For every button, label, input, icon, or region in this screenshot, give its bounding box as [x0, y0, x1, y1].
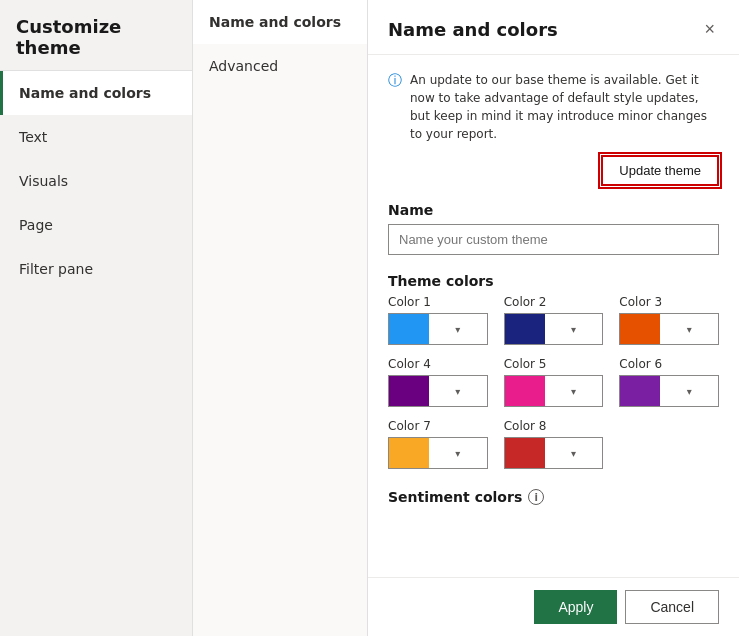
color-6-swatch: [620, 376, 660, 406]
color-1-chevron-icon: ▾: [429, 324, 487, 335]
color-5-dropdown[interactable]: ▾: [504, 375, 604, 407]
color-8-dropdown[interactable]: ▾: [504, 437, 604, 469]
main-body: ⓘ An update to our base theme is availab…: [368, 55, 739, 577]
color-6-label: Color 6: [619, 357, 719, 371]
color-4-swatch: [389, 376, 429, 406]
color-item-7: Color 7 ▾: [388, 419, 488, 469]
color-8-swatch: [505, 438, 545, 468]
color-item-2: Color 2 ▾: [504, 295, 604, 345]
color-4-chevron-icon: ▾: [429, 386, 487, 397]
color-5-chevron-icon: ▾: [545, 386, 603, 397]
sidebar-navigation: Name and colors Text Visuals Page Filter…: [0, 71, 192, 291]
color-5-label: Color 5: [504, 357, 604, 371]
color-item-5: Color 5 ▾: [504, 357, 604, 407]
theme-name-input[interactable]: [388, 224, 719, 255]
main-title: Name and colors: [388, 19, 558, 40]
tab-advanced[interactable]: Advanced: [193, 44, 367, 88]
sentiment-colors-section: Sentiment colors i: [388, 489, 719, 505]
color-3-dropdown[interactable]: ▾: [619, 313, 719, 345]
update-theme-button[interactable]: Update theme: [601, 155, 719, 186]
color-3-swatch: [620, 314, 660, 344]
color-3-chevron-icon: ▾: [660, 324, 718, 335]
color-item-3: Color 3 ▾: [619, 295, 719, 345]
color-2-dropdown[interactable]: ▾: [504, 313, 604, 345]
main-panel: Name and colors × ⓘ An update to our bas…: [368, 0, 739, 636]
color-4-dropdown[interactable]: ▾: [388, 375, 488, 407]
main-footer: Apply Cancel: [368, 577, 739, 636]
color-8-label: Color 8: [504, 419, 604, 433]
info-icon: ⓘ: [388, 72, 402, 90]
sidebar-item-page[interactable]: Page: [0, 203, 192, 247]
color-1-swatch: [389, 314, 429, 344]
color-5-swatch: [505, 376, 545, 406]
color-7-dropdown[interactable]: ▾: [388, 437, 488, 469]
cancel-button[interactable]: Cancel: [625, 590, 719, 624]
info-text: An update to our base theme is available…: [410, 73, 707, 141]
name-label: Name: [388, 202, 719, 218]
color-item-6: Color 6 ▾: [619, 357, 719, 407]
sidebar-item-text[interactable]: Text: [0, 115, 192, 159]
sidebar: Customize theme Name and colors Text Vis…: [0, 0, 193, 636]
sidebar-item-visuals[interactable]: Visuals: [0, 159, 192, 203]
tab-name-and-colors[interactable]: Name and colors: [193, 0, 367, 44]
sidebar-item-filter-pane[interactable]: Filter pane: [0, 247, 192, 291]
color-7-swatch: [389, 438, 429, 468]
theme-colors-label: Theme colors: [388, 273, 719, 289]
sentiment-colors-label: Sentiment colors: [388, 489, 522, 505]
color-7-label: Color 7: [388, 419, 488, 433]
apply-button[interactable]: Apply: [534, 590, 617, 624]
sentiment-info-icon: i: [528, 489, 544, 505]
color-item-1: Color 1 ▾: [388, 295, 488, 345]
color-6-chevron-icon: ▾: [660, 386, 718, 397]
color-item-4: Color 4 ▾: [388, 357, 488, 407]
color-3-label: Color 3: [619, 295, 719, 309]
color-1-dropdown[interactable]: ▾: [388, 313, 488, 345]
info-banner: ⓘ An update to our base theme is availab…: [388, 71, 719, 186]
color-2-swatch: [505, 314, 545, 344]
sidebar-title: Customize theme: [0, 0, 192, 71]
color-1-label: Color 1: [388, 295, 488, 309]
color-item-8: Color 8 ▾: [504, 419, 604, 469]
color-6-dropdown[interactable]: ▾: [619, 375, 719, 407]
color-7-chevron-icon: ▾: [429, 448, 487, 459]
colors-grid: Color 1 ▾ Color 2 ▾ Color 3 ▾: [388, 295, 719, 469]
color-4-label: Color 4: [388, 357, 488, 371]
sidebar-item-name-and-colors[interactable]: Name and colors: [0, 71, 192, 115]
center-panel: Name and colors Advanced: [193, 0, 368, 636]
close-button[interactable]: ×: [700, 16, 719, 42]
color-8-chevron-icon: ▾: [545, 448, 603, 459]
color-2-label: Color 2: [504, 295, 604, 309]
color-2-chevron-icon: ▾: [545, 324, 603, 335]
main-header: Name and colors ×: [368, 0, 739, 55]
